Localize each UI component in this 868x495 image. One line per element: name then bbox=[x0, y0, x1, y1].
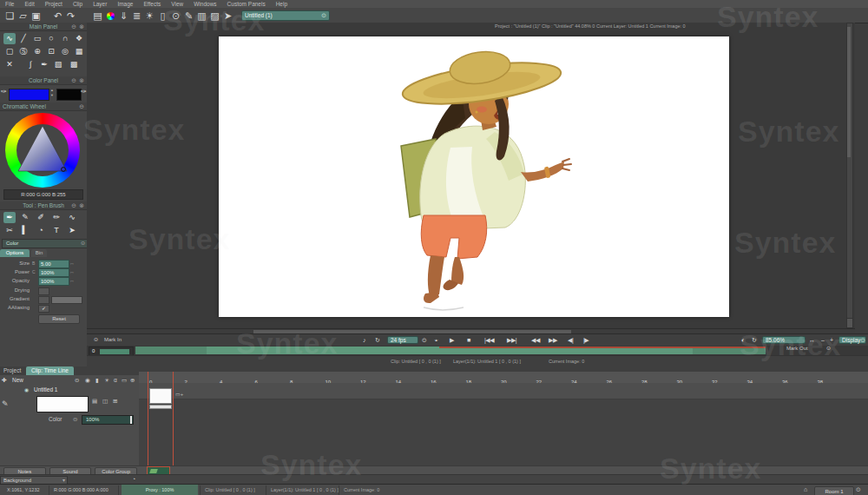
eye-icon[interactable]: ◉ bbox=[85, 377, 90, 384]
eyedropper-icon[interactable]: ✑ bbox=[81, 88, 87, 96]
play-icon[interactable]: ▶ bbox=[450, 337, 454, 344]
reset-button[interactable]: Reset bbox=[38, 314, 80, 324]
frame-number[interactable]: 18 bbox=[456, 377, 491, 383]
cube-tool-icon[interactable]: ❖ bbox=[73, 33, 85, 44]
view-circle-icon[interactable]: ◐ bbox=[741, 337, 745, 343]
chevron-down-icon[interactable]: ⊙ bbox=[81, 240, 85, 248]
audio-icon[interactable]: ♪ bbox=[363, 337, 365, 343]
zoom-range-icon[interactable]: ↔ bbox=[809, 337, 815, 343]
zoom-field[interactable]: 85.06% bbox=[762, 336, 806, 344]
mixer-icon[interactable]: ▨ bbox=[208, 9, 221, 23]
layers-icon[interactable]: ≣ bbox=[130, 9, 143, 23]
setting-input[interactable]: 100% bbox=[38, 277, 69, 286]
tab-options[interactable]: Options bbox=[0, 249, 30, 257]
color-wheel-icon[interactable] bbox=[104, 9, 117, 23]
setting-badge[interactable]: C bbox=[32, 268, 36, 276]
tab-project[interactable]: Project bbox=[3, 367, 21, 373]
rectangle-tool-icon[interactable]: ▭ bbox=[31, 33, 43, 44]
zoom-out-icon[interactable]: – bbox=[821, 337, 824, 343]
fill-tool-icon[interactable]: ◔ bbox=[35, 225, 47, 236]
blend-dropdown-icon[interactable]: ⊙ bbox=[73, 416, 77, 423]
zoom-in-icon[interactable]: + bbox=[830, 337, 833, 343]
gear-icon[interactable]: ⊙ bbox=[856, 486, 861, 493]
new-cell-marker[interactable]: ▭+ bbox=[175, 391, 183, 397]
menu-item[interactable]: Project bbox=[40, 0, 68, 8]
rotate-view-icon[interactable]: ↻ bbox=[752, 337, 756, 344]
menu-item[interactable]: Custom Panels bbox=[222, 0, 271, 8]
magnifier-icon[interactable]: ⊕ bbox=[130, 377, 135, 384]
clock-icon[interactable]: ◔ bbox=[132, 476, 135, 482]
library-icon[interactable]: ▥ bbox=[195, 9, 208, 23]
v-scrollbar[interactable] bbox=[846, 23, 853, 320]
ellipse-tool-icon[interactable]: ○ bbox=[45, 33, 57, 44]
opacity-slider-handle[interactable] bbox=[130, 416, 132, 424]
redo-icon[interactable]: ↷ bbox=[64, 9, 77, 23]
save-icon[interactable]: ▣ bbox=[30, 9, 43, 23]
mark-out-icon[interactable]: ⊙ bbox=[826, 345, 831, 351]
cells-icon[interactable]: ◫ bbox=[102, 398, 108, 405]
frame-number[interactable]: 26 bbox=[596, 377, 632, 383]
home-icon[interactable]: ⌂ bbox=[804, 486, 807, 492]
frame-number[interactable]: 6 bbox=[245, 377, 280, 383]
arc-tool-icon[interactable]: ∩ bbox=[59, 33, 71, 44]
transform-tool-icon[interactable]: ✕ bbox=[3, 59, 16, 70]
loop-icon[interactable]: ↻ bbox=[375, 337, 379, 344]
spin-down-icon[interactable]: ▾ bbox=[51, 93, 53, 97]
tab-bin[interactable]: Bin bbox=[31, 249, 47, 257]
frame-number[interactable]: 16 bbox=[420, 377, 456, 383]
text-tool-icon[interactable]: T bbox=[50, 225, 62, 236]
record-icon[interactable]: ⊙ bbox=[422, 337, 426, 344]
frame-ruler[interactable]: 02468101214161820222426283032343638 bbox=[139, 372, 868, 383]
go-last-icon[interactable]: ▶▶| bbox=[507, 337, 516, 344]
frame-number[interactable]: 22 bbox=[526, 377, 562, 383]
timeline-track-area[interactable] bbox=[139, 372, 868, 474]
range-slider-icon[interactable]: ↔ bbox=[69, 260, 75, 267]
pencil-brush-icon[interactable]: ✎ bbox=[19, 212, 31, 223]
light-icon[interactable]: ☀ bbox=[104, 377, 109, 384]
frame-number[interactable]: 32 bbox=[701, 377, 737, 383]
pen-nib-icon[interactable]: ✒ bbox=[38, 59, 50, 70]
layer-name[interactable]: Untitled 1 bbox=[34, 386, 57, 393]
room-selector[interactable]: Room 1 bbox=[814, 486, 854, 495]
lock-icon[interactable]: ▮ bbox=[95, 377, 99, 384]
spline-tool-icon[interactable]: ∿ bbox=[3, 33, 16, 44]
range-slider-icon[interactable]: ↔ bbox=[69, 277, 75, 285]
setting-input[interactable]: 100% bbox=[38, 268, 69, 277]
layer-thumbnail[interactable] bbox=[36, 396, 89, 412]
flip-icon[interactable]: ·▴· bbox=[434, 337, 437, 342]
layer-current-radio[interactable]: ◉ bbox=[24, 386, 29, 393]
line-tool-icon[interactable]: ╱ bbox=[17, 33, 30, 44]
frame-number[interactable]: 0 bbox=[139, 377, 174, 383]
close-icon[interactable]: ⊗ bbox=[79, 201, 84, 209]
stamp-icon[interactable]: ▤ bbox=[92, 398, 97, 405]
stop-icon[interactable]: ■ bbox=[467, 337, 470, 343]
tab-clip-timeline[interactable]: Clip: Time Line bbox=[26, 366, 74, 375]
alpha-icon[interactable]: α bbox=[114, 377, 117, 383]
back-2-icon[interactable]: ◀◀ bbox=[531, 337, 540, 344]
range-slider-icon[interactable]: ↔ bbox=[69, 268, 75, 276]
cursor-icon[interactable]: ➤ bbox=[221, 9, 234, 23]
pan-tool-icon[interactable]: ⊡ bbox=[45, 46, 57, 57]
toggle-checkbox[interactable] bbox=[38, 296, 49, 304]
cutter-tool-icon[interactable]: ✂ bbox=[3, 225, 16, 236]
airbrush-icon[interactable]: ✐ bbox=[35, 212, 47, 223]
scroll-corner[interactable] bbox=[846, 318, 853, 328]
edit-layer-icon[interactable]: ✎ bbox=[2, 399, 9, 408]
frame-number[interactable]: 34 bbox=[737, 377, 773, 383]
collapse-icon[interactable]: ⊖ bbox=[71, 201, 76, 209]
go-first-icon[interactable]: |◀◀ bbox=[484, 337, 494, 344]
collapse-icon[interactable]: ⊖ bbox=[79, 102, 84, 110]
footer-frame-ruler[interactable]: 02468101214161820222426283032343638 bbox=[139, 465, 868, 474]
new-layer-button[interactable]: New bbox=[12, 377, 23, 383]
pattern-tool-icon[interactable]: ▩ bbox=[68, 59, 80, 70]
open-file-icon[interactable]: ▱ bbox=[16, 9, 30, 23]
thumbnail-toggle-icon[interactable]: ▭ bbox=[122, 377, 127, 384]
squiggle-brush-icon[interactable]: ∿ bbox=[66, 212, 78, 223]
menu-item[interactable]: Windows bbox=[188, 0, 221, 8]
spin-up-icon[interactable]: ▴ bbox=[51, 88, 53, 92]
magnifier-icon[interactable]: ⊙ bbox=[169, 9, 182, 23]
new-file-icon[interactable]: ❏ bbox=[3, 9, 16, 23]
frame-number[interactable]: 38 bbox=[807, 377, 843, 383]
frame-number[interactable]: 36 bbox=[772, 377, 807, 383]
back-1-icon[interactable]: ◀| bbox=[568, 337, 573, 344]
